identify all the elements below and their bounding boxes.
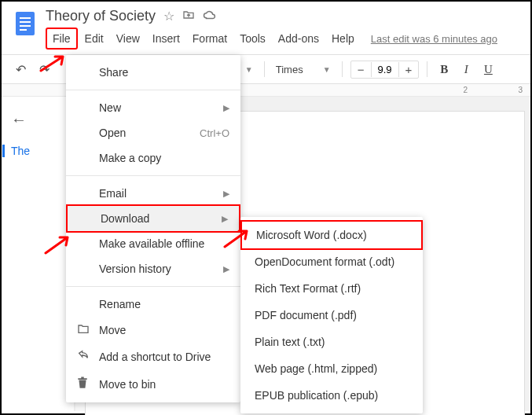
- annotation-arrow-icon: [223, 228, 251, 248]
- menu-email[interactable]: Email▶: [66, 181, 240, 206]
- download-html[interactable]: Web page (.html, zipped): [240, 355, 423, 382]
- annotation-arrow-icon: [39, 52, 68, 72]
- menu-view[interactable]: View: [111, 29, 145, 48]
- menu-add-shortcut[interactable]: Add a shortcut to Drive: [66, 343, 240, 370]
- google-docs-app: Theory of Society ☆ File Edit View Inser…: [2, 2, 530, 413]
- svg-rect-0: [16, 12, 35, 35]
- download-submenu: Microsoft Word (.docx) OpenDocument form…: [240, 217, 423, 413]
- menu-offline[interactable]: Make available offline: [66, 231, 240, 256]
- download-docx[interactable]: Microsoft Word (.docx): [240, 220, 423, 250]
- menu-edit[interactable]: Edit: [79, 29, 109, 48]
- menu-divider: [66, 286, 240, 287]
- svg-rect-1: [20, 17, 31, 19]
- menu-rename[interactable]: Rename: [66, 292, 240, 317]
- file-dropdown-menu: Share New▶ OpenCtrl+O Make a copy Email▶…: [66, 55, 240, 402]
- menubar: File Edit View Insert Format Tools Add-o…: [46, 28, 521, 50]
- font-size-value[interactable]: 9.9: [371, 62, 399, 77]
- menu-file[interactable]: File: [46, 28, 78, 50]
- undo-button[interactable]: ↶: [11, 60, 30, 79]
- svg-rect-3: [20, 25, 31, 27]
- docs-logo-icon[interactable]: [11, 9, 39, 38]
- menu-move-to-bin[interactable]: Move to bin: [66, 370, 240, 398]
- last-edit-link[interactable]: Last edit was 6 minutes ago: [371, 33, 497, 45]
- font-family-select[interactable]: Times▼: [273, 62, 334, 77]
- italic-button[interactable]: I: [457, 63, 475, 76]
- font-size-stepper[interactable]: − 9.9 +: [350, 61, 420, 79]
- menu-insert[interactable]: Insert: [147, 29, 185, 48]
- menu-tools[interactable]: Tools: [234, 29, 271, 48]
- menu-version-history[interactable]: Version history▶: [66, 256, 240, 281]
- svg-rect-2: [20, 21, 31, 23]
- menu-move[interactable]: Move: [66, 317, 240, 343]
- menu-help[interactable]: Help: [326, 29, 360, 48]
- menu-make-copy[interactable]: Make a copy: [66, 145, 240, 171]
- menu-share[interactable]: Share: [66, 60, 240, 85]
- download-rtf[interactable]: Rich Text Format (.rtf): [240, 275, 423, 302]
- header: Theory of Society ☆ File Edit View Inser…: [2, 2, 530, 50]
- underline-button[interactable]: U: [479, 63, 497, 76]
- move-folder-icon[interactable]: [182, 9, 195, 24]
- download-txt[interactable]: Plain text (.txt): [240, 329, 423, 355]
- menu-download[interactable]: Download▶: [66, 204, 240, 233]
- bold-button[interactable]: B: [435, 63, 453, 76]
- svg-rect-4: [20, 29, 27, 31]
- menu-divider: [66, 90, 240, 90]
- cloud-status-icon[interactable]: [203, 9, 217, 24]
- document-title[interactable]: Theory of Society: [46, 8, 156, 24]
- font-size-decrease[interactable]: −: [351, 61, 371, 78]
- menu-new[interactable]: New▶: [66, 95, 240, 120]
- menu-divider: [66, 175, 240, 176]
- annotation-arrow-icon: [44, 234, 72, 255]
- download-pdf[interactable]: PDF document (.pdf): [240, 302, 423, 329]
- outline-heading[interactable]: The: [2, 145, 64, 157]
- outline-back-icon[interactable]: ←: [11, 111, 64, 129]
- menu-addons[interactable]: Add-ons: [273, 29, 325, 48]
- download-odt[interactable]: OpenDocument format (.odt): [240, 248, 423, 275]
- star-icon[interactable]: ☆: [163, 9, 174, 24]
- title-row: Theory of Society ☆: [46, 8, 521, 24]
- font-size-increase[interactable]: +: [399, 61, 419, 78]
- download-epub[interactable]: EPUB publication (.epub): [240, 382, 423, 409]
- menu-open[interactable]: OpenCtrl+O: [66, 120, 240, 145]
- menu-format[interactable]: Format: [187, 29, 233, 48]
